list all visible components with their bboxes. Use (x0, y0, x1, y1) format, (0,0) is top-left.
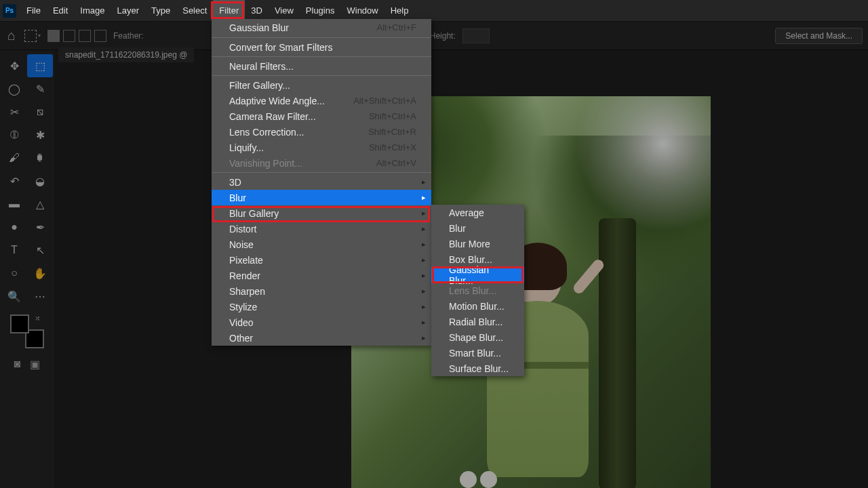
filter-sub-blur[interactable]: Blur (212, 190, 431, 205)
filter-item[interactable]: Lens Correction...Shift+Ctrl+R (212, 124, 431, 140)
options-bar: ▾ Feather: Width: ⇄ Height: Select and M… (0, 22, 868, 50)
tool-quick-select[interactable]: ✎ (27, 77, 53, 100)
tool-dodge[interactable]: ● (1, 216, 27, 239)
menu-filter[interactable]: Filter (213, 0, 245, 21)
tool-shape[interactable]: ○ (1, 262, 27, 285)
menu-file[interactable]: File (20, 0, 47, 21)
select-and-mask-button[interactable]: Select and Mask... (775, 28, 863, 44)
filter-sub-3d[interactable]: 3D (212, 174, 431, 190)
menubar: Ps File Edit Image Layer Type Select Fil… (0, 0, 868, 22)
filter-convert-smart[interactable]: Convert for Smart Filters (212, 39, 431, 55)
blur-item[interactable]: Blur (431, 220, 524, 236)
blur-item[interactable]: Surface Blur... (431, 361, 524, 376)
filter-sub-stylize[interactable]: Stylize (212, 299, 431, 314)
blur-item[interactable]: Motion Blur... (431, 298, 524, 314)
filter-item[interactable]: Adaptive Wide Angle...Alt+Shift+Ctrl+A (212, 93, 431, 108)
tool-healing[interactable]: ✱ (27, 123, 53, 146)
tool-marquee[interactable]: ⬚ (27, 54, 53, 77)
tool-path[interactable]: ↖ (27, 239, 53, 262)
menu-view[interactable]: View (269, 0, 300, 21)
menu-layer[interactable]: Layer (111, 0, 146, 21)
selection-mode-group (47, 30, 106, 42)
menu-edit[interactable]: Edit (47, 0, 74, 21)
foreground-swatch[interactable] (10, 314, 29, 333)
feather-label: Feather: (113, 31, 144, 41)
filter-item[interactable]: Camera Raw Filter...Shift+Ctrl+A (212, 108, 431, 124)
quick-mask-icon[interactable]: ◙ (14, 358, 21, 371)
tool-eraser[interactable]: ◒ (27, 169, 53, 192)
menu-plugins[interactable]: Plugins (300, 0, 341, 21)
chevron-down-icon[interactable]: ▾ (38, 33, 41, 39)
tool-move[interactable]: ✥ (1, 54, 27, 77)
toolbox: ✥⬚◯✎✂⧅⦷✱🖌⧯↶◒▬△●✒T↖○✋🔍⋯ ⤭ ◙ ▣ (0, 50, 54, 488)
tool-history[interactable]: ↶ (1, 169, 27, 192)
menu-select[interactable]: Select (176, 0, 213, 21)
filter-sub-distort[interactable]: Distort (212, 221, 431, 237)
home-icon[interactable] (5, 30, 18, 42)
menu-window[interactable]: Window (340, 0, 384, 21)
blur-item[interactable]: Smart Blur... (431, 345, 524, 361)
tool-type[interactable]: T (1, 239, 27, 262)
tool-lasso[interactable]: ◯ (1, 77, 27, 100)
filter-sub-other[interactable]: Other (212, 330, 431, 346)
filter-sub-sharpen[interactable]: Sharpen (212, 283, 431, 299)
filter-item[interactable]: Filter Gallery... (212, 77, 431, 93)
blur-item[interactable]: Gaussian Blur... (431, 267, 524, 283)
tool-stamp[interactable]: ⧯ (27, 146, 53, 169)
tool-brush[interactable]: 🖌 (1, 146, 27, 169)
tool-pen[interactable]: ✒ (27, 216, 53, 239)
tool-preset-icon[interactable] (24, 30, 37, 42)
filter-last[interactable]: Gaussian BlurAlt+Ctrl+F (212, 19, 431, 36)
filter-item: Vanishing Point...Alt+Ctrl+V (212, 155, 431, 171)
color-swatches[interactable]: ⤭ (10, 314, 44, 348)
menu-3d[interactable]: 3D (245, 0, 269, 21)
selection-add[interactable] (63, 30, 75, 42)
screen-mode-icon[interactable]: ▣ (30, 358, 40, 371)
tool-zoom[interactable]: 🔍 (1, 285, 27, 308)
blur-item[interactable]: Radial Blur... (431, 314, 524, 329)
blur-item[interactable]: Average (431, 205, 524, 220)
tool-crop[interactable]: ✂ (1, 100, 27, 123)
filter-sub-blur-gallery[interactable]: Blur Gallery (212, 205, 431, 221)
document-tab[interactable]: snapedit_1711622086319.jpeg @ (58, 47, 194, 62)
blur-submenu: AverageBlurBlur MoreBox Blur...Gaussian … (431, 205, 524, 376)
swap-colors-icon[interactable]: ⤭ (35, 314, 40, 322)
filter-sub-pixelate[interactable]: Pixelate (212, 252, 431, 268)
filter-item[interactable]: Liquify...Shift+Ctrl+X (212, 140, 431, 155)
blur-item: Lens Blur... (431, 283, 524, 298)
tool-gradient[interactable]: ▬ (1, 192, 27, 216)
filter-sub-noise[interactable]: Noise (212, 237, 431, 252)
menu-type[interactable]: Type (145, 0, 176, 21)
app-logo: Ps (3, 4, 16, 18)
tool-more[interactable]: ⋯ (27, 285, 53, 308)
menu-image[interactable]: Image (74, 0, 111, 21)
blur-item[interactable]: Shape Blur... (431, 329, 524, 345)
selection-new[interactable] (47, 30, 60, 42)
menu-help[interactable]: Help (384, 0, 415, 21)
blur-item[interactable]: Blur More (431, 236, 524, 251)
selection-subtract[interactable] (79, 30, 91, 42)
filter-sub-render[interactable]: Render (212, 268, 431, 283)
filter-neural[interactable]: Neural Filters... (212, 58, 431, 74)
tool-hand[interactable]: ✋ (27, 262, 53, 285)
tool-blur-tool[interactable]: △ (27, 192, 53, 216)
height-label: Height: (430, 31, 456, 41)
tool-eyedropper[interactable]: ⦷ (1, 123, 27, 146)
height-field[interactable] (462, 28, 490, 43)
selection-intersect[interactable] (94, 30, 106, 42)
tool-frame[interactable]: ⧅ (27, 100, 53, 123)
filter-sub-video[interactable]: Video (212, 314, 431, 330)
filter-dropdown: Gaussian BlurAlt+Ctrl+F Convert for Smar… (212, 19, 431, 346)
